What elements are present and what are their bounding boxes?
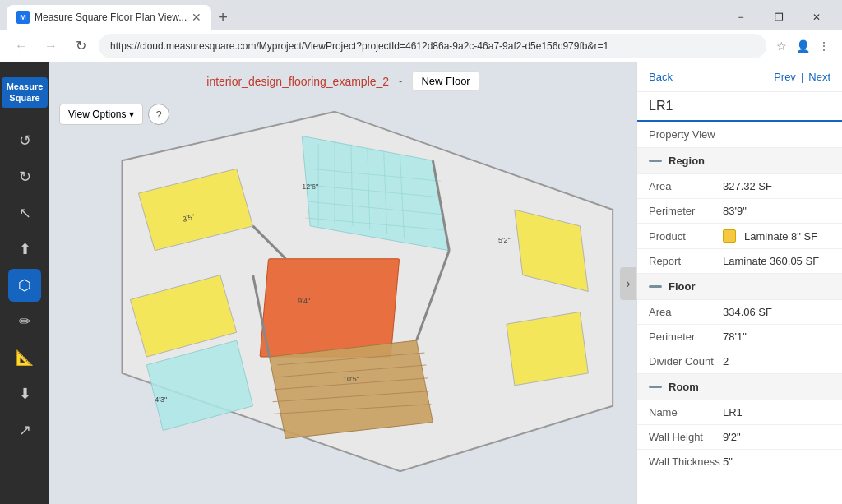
rotate-tool[interactable]: ↺ (8, 124, 41, 157)
download-tool[interactable]: ⬇ (8, 377, 41, 410)
draw-tool[interactable]: ✏ (8, 305, 41, 338)
region-perimeter-value: 83'9" (723, 205, 830, 217)
floor-area-label: Area (649, 306, 723, 318)
svg-text:9'4": 9'4" (298, 297, 310, 305)
region-report-value: Laminate 360.05 SF (723, 255, 830, 267)
nav-links: Prev | Next (774, 71, 830, 83)
new-tab-button[interactable]: + (211, 8, 234, 27)
floor-section-header: Floor (637, 274, 842, 300)
floor-selector[interactable]: New Floor (412, 71, 479, 91)
forward-button[interactable]: → (39, 35, 62, 58)
room-section-header: Room (637, 374, 842, 400)
region-area-row: Area 327.32 SF (637, 174, 842, 199)
property-view-label: Property View (637, 122, 842, 148)
floor-perimeter-row: Perimeter 78'1" (637, 325, 842, 349)
window-controls: − ❐ ✕ (722, 5, 835, 30)
close-button[interactable]: ✕ (798, 5, 835, 30)
floor-plan-svg[interactable]: 3'5" 12'6" 9'4" 10'5" 5'2" 4'3" (49, 62, 636, 504)
wall-height-value: 9'2" (723, 431, 830, 443)
divider-count-label: Divider Count (649, 355, 723, 368)
app-logo: Measure Square (2, 77, 49, 108)
address-bar-icons: ☆ 👤 ⋮ (773, 38, 832, 54)
floor-section-title: Floor (669, 280, 696, 293)
cursor-tool[interactable]: ↖ (8, 197, 41, 229)
left-sidebar: Measure Square ↺ ↻ ↖ ⬆ ⬡ ✏ 📐 ⬇ ↗ (0, 62, 49, 504)
room-name-value: LR1 (723, 406, 830, 418)
svg-text:5'2": 5'2" (498, 236, 511, 244)
svg-text:4'3": 4'3" (155, 395, 167, 404)
region-area-value: 327.32 SF (723, 180, 830, 192)
panel-toggle-button[interactable]: › (620, 267, 636, 300)
floor-area-row: Area 334.06 SF (637, 300, 842, 325)
export-tool[interactable]: ↗ (8, 414, 41, 446)
product-swatch (723, 229, 736, 243)
room-name-label: Name (649, 406, 723, 418)
measure-tool[interactable]: 📐 (8, 341, 41, 374)
svg-marker-22 (507, 312, 588, 386)
app-content: Measure Square ↺ ↻ ↖ ⬆ ⬡ ✏ 📐 ⬇ ↗ interio… (0, 62, 842, 504)
svg-rect-14 (260, 259, 400, 357)
room-section-icon (649, 386, 662, 388)
panel-title: LR1 (637, 92, 842, 122)
svg-marker-15 (270, 340, 433, 438)
tab-favicon: M (16, 11, 30, 24)
refresh-tool[interactable]: ↻ (8, 160, 41, 193)
divider-count-value: 2 (723, 355, 830, 368)
wall-thickness-row: Wall Thickness 5" (637, 450, 842, 474)
svg-text:10'5": 10'5" (343, 375, 359, 383)
nav-separator: | (801, 71, 803, 83)
wall-height-label: Wall Height (649, 431, 723, 443)
right-panel: Back Prev | Next LR1 Property View Regio… (636, 62, 842, 504)
region-section-title: Region (669, 155, 705, 167)
address-bar: ← → ↻ ☆ 👤 ⋮ (0, 30, 842, 62)
room-name-row: Name LR1 (637, 400, 842, 425)
main-viewport: interior_design_flooring_example_2 - New… (49, 62, 636, 504)
project-separator: - (399, 75, 402, 87)
floor-area-value: 334.06 SF (723, 306, 830, 318)
wall-thickness-label: Wall Thickness (649, 455, 723, 468)
region-report-row: Report Laminate 360.05 SF (637, 249, 842, 274)
tab-bar: M Measure Square Floor Plan View... ✕ + … (0, 0, 842, 30)
back-button[interactable]: ← (10, 35, 33, 58)
region-product-value: Laminate 8" SF (723, 229, 830, 243)
menu-icon[interactable]: ⋮ (816, 38, 832, 54)
tab-close-button[interactable]: ✕ (192, 11, 201, 24)
profile-icon[interactable]: 👤 (794, 38, 811, 54)
project-name: interior_design_flooring_example_2 (206, 75, 389, 88)
area-tool[interactable]: ⬡ (8, 269, 41, 302)
wall-thickness-value: 5" (723, 455, 830, 468)
floor-perimeter-label: Perimeter (649, 331, 723, 343)
region-perimeter-label: Perimeter (649, 205, 723, 217)
restore-button[interactable]: ❐ (760, 5, 798, 30)
region-section-icon (649, 160, 662, 162)
region-report-label: Report (649, 255, 723, 267)
floor-perimeter-value: 78'1" (723, 331, 830, 343)
browser-chrome: M Measure Square Floor Plan View... ✕ + … (0, 0, 842, 62)
next-link[interactable]: Next (808, 71, 830, 83)
url-input[interactable] (99, 34, 766, 58)
region-product-row: Product Laminate 8" SF (637, 224, 842, 249)
room-section-title: Room (669, 381, 699, 393)
wall-height-row: Wall Height 9'2" (637, 425, 842, 450)
region-section-header: Region (637, 148, 842, 174)
panel-header: Back Prev | Next (637, 62, 842, 92)
region-area-label: Area (649, 180, 723, 192)
bookmark-icon[interactable]: ☆ (773, 38, 789, 54)
back-button[interactable]: Back (649, 71, 673, 83)
active-tab: M Measure Square Floor Plan View... ✕ (7, 5, 211, 30)
viewport-topbar: interior_design_flooring_example_2 - New… (49, 71, 636, 91)
select-tool[interactable]: ⬆ (8, 233, 41, 266)
panel-body: Region Area 327.32 SF Perimeter 83'9" Pr… (637, 148, 842, 504)
svg-text:12'6": 12'6" (302, 183, 318, 191)
region-product-label: Product (649, 230, 723, 243)
logo-area: Measure Square (0, 71, 54, 114)
region-perimeter-row: Perimeter 83'9" (637, 199, 842, 224)
reload-button[interactable]: ↻ (69, 35, 92, 58)
prev-link[interactable]: Prev (774, 71, 796, 83)
floor-section-icon (649, 285, 662, 288)
tab-title: Measure Square Floor Plan View... (35, 12, 187, 23)
minimize-button[interactable]: − (722, 5, 760, 30)
divider-count-row: Divider Count 2 (637, 349, 842, 374)
